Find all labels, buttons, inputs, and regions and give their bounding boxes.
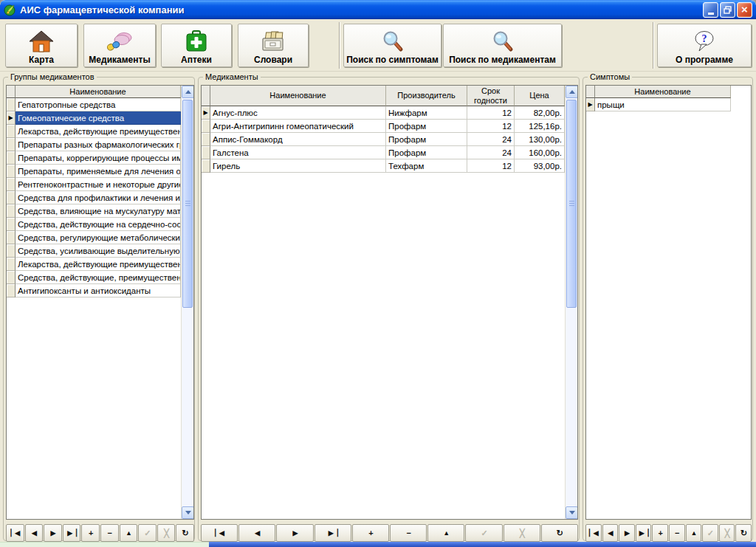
nav-refresh-button[interactable]: ↻	[735, 524, 752, 542]
nav-refresh-button[interactable]: ↻	[176, 524, 194, 542]
cancel-edit-icon: ╳	[520, 529, 524, 538]
medicines-term-column-header[interactable]: Срок годности	[467, 86, 515, 106]
group-row[interactable]: Антигипоксанты и антиоксиданты	[7, 284, 181, 297]
group-row[interactable]: Рентгеноконтрастные и некоторые другие	[7, 178, 181, 191]
search-by-medicines-button[interactable]: Поиск по медикаментам	[443, 24, 562, 67]
nav-delete-button[interactable]: −	[100, 524, 119, 542]
group-row-selected[interactable]: ▶Гомеопатические средства	[7, 111, 181, 125]
medicine-row[interactable]: Галстена Профарм 24 160,00р.	[202, 146, 565, 159]
group-row[interactable]: Средства, усиливающие выделительную ф	[7, 244, 181, 258]
nav-next-button[interactable]: ▶	[276, 524, 313, 542]
group-row[interactable]: Средства, регулирующие метаболические	[7, 231, 181, 244]
symptoms-name-column-header[interactable]: Наименование	[595, 86, 731, 98]
nav-edit-button[interactable]: ▲	[120, 524, 138, 542]
group-row[interactable]: Средства для профилактики и лечения инф	[7, 191, 181, 204]
medicine-row[interactable]: Гирель Техфарм 12 93,00р.	[202, 159, 565, 173]
nav-last-button[interactable]: ▶▕	[315, 524, 351, 542]
scroll-down-button[interactable]	[182, 506, 194, 519]
row-indicator-current: ▶	[202, 106, 210, 120]
search-by-symptoms-button[interactable]: Поиск по симптомам	[343, 24, 441, 67]
nav-post-button[interactable]: ✓	[465, 524, 502, 542]
nav-delete-button[interactable]: −	[669, 524, 685, 542]
group-row[interactable]: Гепатотропные средства	[7, 98, 181, 111]
nav-first-button[interactable]: ▏◀	[6, 524, 24, 542]
nav-next-button[interactable]: ▶	[44, 524, 62, 542]
group-row[interactable]: Средства, действующие на сердечно-сосуд	[7, 218, 181, 231]
magnifier-icon	[382, 27, 404, 55]
next-record-icon: ▶	[51, 529, 55, 537]
medicines-name-column-header[interactable]: Наименование	[210, 86, 386, 106]
nav-prior-button[interactable]: ◀	[238, 524, 275, 542]
row-indicator	[202, 120, 210, 133]
group-row[interactable]: Препараты разных фармакологических гру	[7, 138, 181, 151]
medicines-button[interactable]: Медикаменты	[83, 24, 156, 67]
minimize-button[interactable]	[703, 2, 718, 18]
insert-record-icon: +	[368, 529, 372, 537]
nav-prior-button[interactable]: ◀	[602, 524, 619, 542]
nav-cancel-button[interactable]: ╳	[504, 524, 540, 542]
toolbar-separator	[653, 22, 654, 69]
group-row[interactable]: Лекарства, действующие преимущественн	[7, 125, 181, 138]
nav-post-button[interactable]: ✓	[702, 524, 718, 542]
nav-cancel-button[interactable]: ╳	[157, 524, 176, 542]
medicines-producer-column-header[interactable]: Производитель	[386, 86, 467, 106]
nav-last-button[interactable]: ▶▕	[63, 524, 81, 542]
nav-cancel-button[interactable]: ╳	[719, 524, 735, 542]
nav-edit-button[interactable]: ▲	[686, 524, 702, 542]
about-button[interactable]: ? О программе	[657, 24, 752, 67]
medicine-price-cell: 93,00р.	[515, 159, 565, 173]
restore-button[interactable]	[720, 2, 735, 18]
scrollbar-thumb[interactable]	[566, 100, 577, 308]
row-indicator	[7, 151, 16, 165]
medicine-row[interactable]: Аппис-Гоммакорд Профарм 24 130,00р.	[202, 133, 565, 146]
nav-refresh-button[interactable]: ↻	[541, 524, 578, 542]
nav-post-button[interactable]: ✓	[138, 524, 157, 542]
group-row[interactable]: Препараты, коррегирующие процессы имм	[7, 151, 181, 165]
group-row[interactable]: Средства, влияющие на мускулатуру матки	[7, 204, 181, 218]
group-name-cell: Средства, влияющие на мускулатуру матки	[16, 204, 181, 218]
nav-insert-button[interactable]: +	[652, 524, 668, 542]
medicine-price-cell: 82,00р.	[515, 106, 565, 120]
scroll-up-button[interactable]	[182, 86, 194, 98]
map-button[interactable]: Карта	[5, 24, 78, 67]
first-record-icon: ▏◀	[215, 529, 224, 537]
medicine-term-cell: 12	[467, 159, 515, 173]
medicine-row-current[interactable]: ▶ Агнус-плюс Нижфарм 12 82,00р.	[202, 106, 565, 120]
group-row[interactable]: Средства, действующие, преимущественно	[7, 271, 181, 284]
pharmacies-button-label: Аптеки	[181, 55, 212, 64]
nav-next-button[interactable]: ▶	[619, 524, 635, 542]
medicine-row[interactable]: Агри-Антигрипинн гомеопатический Профарм…	[202, 120, 565, 133]
thumb-grip-icon	[185, 201, 190, 207]
group-name-cell: Гомеопатические средства	[16, 111, 181, 125]
pharmacies-button[interactable]: Аптеки	[161, 24, 232, 67]
nav-delete-button[interactable]: −	[390, 524, 427, 542]
medicine-name-cell: Аппис-Гоммакорд	[210, 133, 386, 146]
nav-insert-button[interactable]: +	[81, 524, 100, 542]
dictionaries-button[interactable]: Словари	[238, 24, 309, 67]
scroll-up-button[interactable]	[566, 86, 578, 98]
scroll-down-button[interactable]	[566, 506, 578, 519]
nav-insert-button[interactable]: +	[352, 524, 389, 542]
groups-name-column-header[interactable]: Наименование	[16, 86, 181, 98]
titlebar: АИС фармацевтической компании ×	[0, 0, 756, 19]
prior-record-icon: ◀	[32, 529, 36, 537]
app-icon	[4, 4, 16, 16]
last-record-icon: ▶▕	[639, 529, 648, 537]
row-indicator	[7, 125, 16, 138]
close-button[interactable]: ×	[737, 2, 752, 18]
symptom-row-current[interactable]: ▶ прыщи	[586, 98, 751, 111]
group-row[interactable]: Лекарства, действующие преимущественн	[7, 258, 181, 271]
group-row[interactable]: Препараты, применяемые для лечения онк	[7, 165, 181, 178]
scrollbar-thumb[interactable]	[182, 100, 193, 308]
group-name-cell: Лекарства, действующие преимущественн	[16, 258, 181, 271]
nav-first-button[interactable]: ▏◀	[201, 524, 238, 542]
nav-prior-button[interactable]: ◀	[25, 524, 44, 542]
current-row-marker: ▶	[588, 102, 592, 108]
nav-last-button[interactable]: ▶▕	[636, 524, 652, 542]
nav-first-button[interactable]: ▏◀	[585, 524, 602, 542]
medicines-price-column-header[interactable]: Цена	[515, 86, 565, 106]
nav-edit-button[interactable]: ▲	[427, 524, 464, 542]
medicines-grid-header: Наименование Производитель Срок годности…	[202, 86, 565, 106]
prior-record-icon: ◀	[255, 529, 259, 537]
arrow-down-icon	[185, 511, 191, 517]
